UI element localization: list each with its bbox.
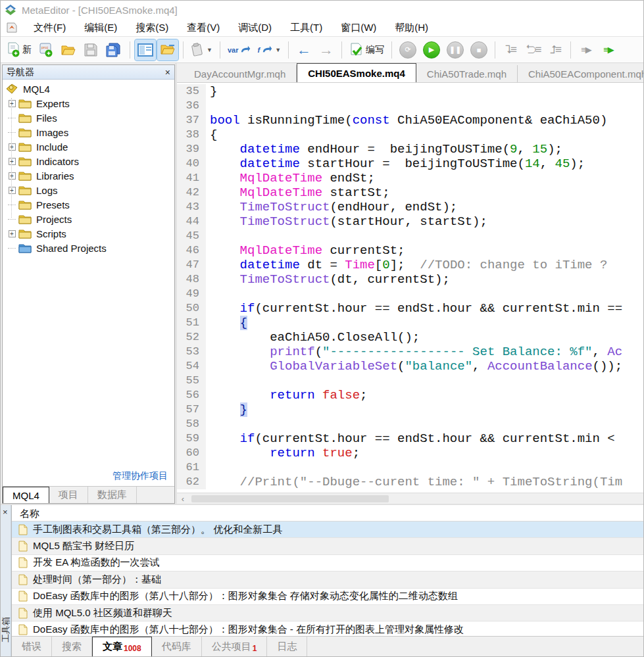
expand-icon[interactable]: + xyxy=(5,100,18,107)
code-line[interactable]: 42 MqlDateTime startSt; xyxy=(177,185,643,200)
tree-item-files[interactable]: Files xyxy=(5,110,174,125)
article-row[interactable]: 开发 EA 构造函数的一次尝试 xyxy=(12,555,643,572)
pause-button[interactable]: ❚❚ xyxy=(444,39,466,61)
menu-item-1[interactable]: 文件(F) xyxy=(24,20,75,35)
code-line[interactable]: 62 //Print("--Dbuge--curent time: " + Ti… xyxy=(177,475,643,489)
article-row[interactable]: MQL5 酷宝书 财经日历 xyxy=(12,538,643,554)
code-line[interactable]: 43 TimeToStruct(endHour, endSt); xyxy=(177,200,643,214)
code-line[interactable]: 59 if(currentSt.hour == endSt.hour && cu… xyxy=(177,431,643,446)
code-line[interactable]: 45 xyxy=(177,229,643,243)
plus-expander-icon[interactable]: + xyxy=(9,100,16,107)
code-line[interactable]: 37bool isRunningTime(const ChiA50EACompo… xyxy=(177,113,643,128)
fn-dropdown-icon[interactable]: ▼ xyxy=(275,47,281,53)
code-line[interactable]: 50 if(currentSt.hour == endSt.hour && cu… xyxy=(177,301,643,316)
article-row[interactable]: DoEasy 函数库中的图形（第八十七部分）：图形对象集合 - 在所有打开的图表… xyxy=(12,621,643,636)
plus-expander-icon[interactable]: + xyxy=(9,187,16,194)
tree-item-projects[interactable]: Projects xyxy=(5,212,174,226)
code-line[interactable]: 53 printf("------------------ Set Balanc… xyxy=(177,345,643,359)
menu-item-6[interactable]: 工具(T) xyxy=(281,20,332,35)
menu-item-7[interactable]: 窗口(W) xyxy=(332,20,385,35)
toolbox-close-icon[interactable]: × xyxy=(3,507,8,517)
code-line[interactable]: 60 return true; xyxy=(177,446,643,460)
stop-button[interactable]: ■ xyxy=(468,39,490,61)
articles-column-header[interactable]: 名称 xyxy=(12,505,643,522)
toolbox-tab-代码库[interactable]: 代码库 xyxy=(152,637,202,656)
article-row[interactable]: 处理时间（第一部分）：基础 xyxy=(12,572,643,588)
editor-tab-ChiA50Trade.mqh[interactable]: ChiA50Trade.mqh xyxy=(416,65,518,82)
code-line[interactable]: 55 xyxy=(177,374,643,388)
code-line[interactable]: 35} xyxy=(177,84,643,99)
code-line[interactable]: 44 TimeToStruct(startHour, startSt); xyxy=(177,214,643,229)
expand-icon[interactable]: + xyxy=(5,230,18,237)
start-button[interactable]: ▶ xyxy=(420,39,443,61)
editor-hscrollbar[interactable]: ‹ xyxy=(177,493,643,504)
article-row[interactable]: DoEasy 函数库中的图形（第八十八部分）：图形对象集合 存储对象动态变化属性… xyxy=(12,589,643,605)
menu-item-3[interactable]: 搜索(S) xyxy=(126,20,178,35)
restart-button[interactable]: ⟳ xyxy=(397,39,419,61)
editor-tab-CHI50EASmoke.mq4[interactable]: CHI50EASmoke.mq4 xyxy=(297,63,416,82)
tree-item-mql4-root[interactable]: MQL4 xyxy=(5,82,174,96)
code-line[interactable]: 52 eaChiA50.CloseAll(); xyxy=(177,330,643,345)
code-line[interactable]: 58 xyxy=(177,417,643,431)
editor-tab-ChiA50EAComponent.mqh[interactable]: ChiA50EAComponent.mqh xyxy=(518,65,643,82)
navigator-toggle-button[interactable] xyxy=(135,39,156,61)
document-menu-icon[interactable] xyxy=(6,22,18,33)
menu-item-4[interactable]: 查看(V) xyxy=(178,20,229,35)
goto-line-button[interactable]: ≡▶ xyxy=(576,39,597,61)
menu-item-5[interactable]: 调试(D) xyxy=(229,20,281,35)
navigator-tab-数据库[interactable]: 数据库 xyxy=(88,487,137,503)
step-out-button[interactable]: ⮥≡ xyxy=(545,39,566,61)
code-line[interactable]: 36 xyxy=(177,99,643,113)
tree-item-shared-projects[interactable]: Shared Projects xyxy=(5,241,174,255)
tree-item-images[interactable]: Images xyxy=(5,125,174,139)
navigator-close-icon[interactable]: × xyxy=(165,67,170,78)
toolbox-tab-搜索[interactable]: 搜索 xyxy=(52,637,92,656)
save-icon[interactable] xyxy=(80,39,101,61)
jump-var-button[interactable]: var xyxy=(225,39,254,61)
save-all-button[interactable] xyxy=(103,39,125,61)
navigator-tab-项目[interactable]: 项目 xyxy=(49,487,88,503)
plus-expander-icon[interactable]: + xyxy=(9,172,16,180)
toolbox-tab-日志[interactable]: 日志 xyxy=(267,637,307,656)
attach-dropdown-icon[interactable]: ▼ xyxy=(207,47,212,53)
expand-icon[interactable]: + xyxy=(5,158,18,165)
manage-projects-link[interactable]: 管理协作项目 xyxy=(3,468,174,486)
tree-item-experts[interactable]: +Experts xyxy=(5,96,174,110)
plus-expander-icon[interactable]: + xyxy=(9,143,16,151)
toolbox-toggle-button[interactable] xyxy=(157,39,178,61)
code-line[interactable]: 41 MqlDateTime endSt; xyxy=(177,171,643,185)
step-over-button[interactable]: ⮌≡ xyxy=(522,39,543,61)
goto-line-active-button[interactable]: ≡▶ xyxy=(598,39,619,61)
tree-item-presets[interactable]: Presets xyxy=(5,197,174,212)
menu-item-8[interactable]: 帮助(H) xyxy=(385,20,437,35)
toolbox-tab-错误[interactable]: 错误 xyxy=(12,637,52,656)
new-project-button[interactable]: proj xyxy=(36,39,57,61)
new-file-button[interactable]: 新 xyxy=(5,39,34,61)
tree-item-include[interactable]: +Include xyxy=(5,139,174,154)
code-line[interactable]: 54 GlobalVariableSet("balance", AccountB… xyxy=(177,359,643,374)
code-line[interactable]: 39 datetime endHour = beijingToUSTime(9,… xyxy=(177,142,643,157)
tree-item-scripts[interactable]: +Scripts xyxy=(5,226,174,241)
code-line[interactable]: 57 } xyxy=(177,402,643,417)
expand-icon[interactable]: + xyxy=(5,143,18,151)
code-line[interactable]: 46 MqlDateTime currentSt; xyxy=(177,243,643,258)
code-line[interactable]: 49 xyxy=(177,287,643,301)
code-line[interactable]: 40 datetime startHour = beijingToUSTime(… xyxy=(177,157,643,171)
code-line[interactable]: 38{ xyxy=(177,128,643,142)
hscroll-thumb[interactable] xyxy=(191,495,389,502)
scroll-left-icon[interactable]: ‹ xyxy=(177,494,189,504)
menu-item-2[interactable]: 编辑(E) xyxy=(75,20,126,35)
navigator-tab-MQL4[interactable]: MQL4 xyxy=(3,487,49,503)
code-line[interactable]: 47 datetime dt = Time[0]; //TODO: change… xyxy=(177,258,643,272)
code-line[interactable]: 56 return false; xyxy=(177,388,643,402)
article-row[interactable]: 手工制图表和交易工具箱（第三部分）。 优化和全新工具 xyxy=(12,522,643,538)
expand-icon[interactable]: + xyxy=(5,172,18,180)
code-editor[interactable]: 35}3637bool isRunningTime(const ChiA50EA… xyxy=(177,83,643,493)
open-file-button[interactable] xyxy=(58,39,79,61)
attach-button[interactable]: ▼ xyxy=(188,39,215,61)
toolbox-tab-公共项目[interactable]: 公共项目1 xyxy=(202,637,268,656)
toolbox-tab-文章[interactable]: 文章1008 xyxy=(92,637,152,656)
code-line[interactable]: 48 TimeToStruct(dt, currentSt); xyxy=(177,272,643,287)
code-line[interactable]: 51 { xyxy=(177,316,643,330)
expand-icon[interactable]: + xyxy=(5,187,18,194)
